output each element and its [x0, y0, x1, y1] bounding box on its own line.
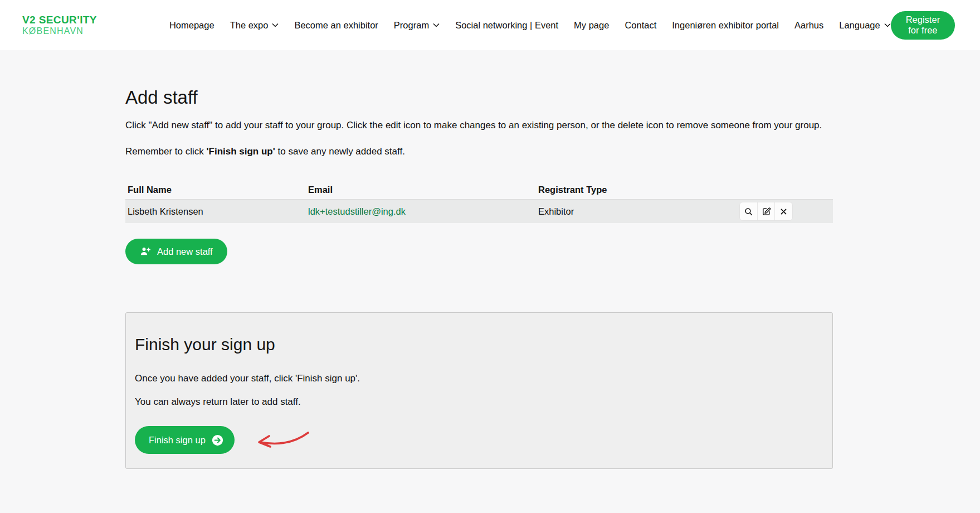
view-staff-button[interactable] [740, 202, 757, 220]
staff-table: Full Name Email Registrant Type Lisbeth … [125, 181, 833, 223]
nav-item-label: Aarhus [794, 20, 823, 31]
finish-sign-up-button[interactable]: Finish sign up [135, 426, 235, 454]
intro-text: Click "Add new staff" to add your staff … [125, 120, 833, 131]
search-icon [744, 207, 753, 216]
column-header-email: Email [306, 185, 536, 195]
nav-item-label: Contact [625, 20, 656, 31]
finish-panel-line2: You can always return later to add staff… [135, 396, 823, 408]
chevron-down-icon [884, 23, 891, 27]
nav-item-contact[interactable]: Contact [625, 20, 656, 31]
nav-item-become-an-exhibitor[interactable]: Become an exhibitor [294, 20, 378, 31]
nav-item-aarhus[interactable]: Aarhus [794, 20, 823, 31]
brand-logo-line1: V2 SECUR'ITY [22, 14, 97, 26]
close-icon [779, 207, 788, 216]
delete-staff-button[interactable] [774, 202, 792, 220]
cell-full-name: Lisbeth Kristensen [125, 206, 306, 217]
row-actions-group [739, 202, 793, 221]
top-navigation-bar: V2 SECUR'ITY KØBENHAVN Homepage The expo… [0, 0, 980, 50]
finish-sign-up-label: Finish sign up [149, 435, 206, 446]
nav-item-ingenioren-exhibitor-portal[interactable]: Ingeniøren exhibitor portal [672, 20, 779, 31]
main-nav: Homepage The expo Become an exhibitor Pr… [169, 20, 891, 31]
add-new-staff-label: Add new staff [157, 246, 213, 257]
chevron-down-icon [272, 23, 279, 27]
nav-item-the-expo[interactable]: The expo [230, 20, 279, 31]
finish-panel-title: Finish your sign up [135, 335, 823, 354]
reminder-text: Remember to click 'Finish sign up' to sa… [125, 146, 833, 157]
arrow-right-circle-icon [212, 434, 223, 446]
cell-registrant-type: Exhibitor [536, 206, 737, 217]
page-title: Add staff [125, 87, 833, 108]
nav-item-label: Ingeniøren exhibitor portal [672, 20, 779, 31]
table-row: Lisbeth Kristensen ldk+testudstiller@ing… [125, 200, 833, 223]
add-new-staff-button[interactable]: Add new staff [125, 239, 227, 264]
column-header-registrant-type: Registrant Type [536, 185, 737, 195]
person-add-icon [140, 246, 151, 257]
nav-item-label: The expo [230, 20, 269, 31]
register-for-free-button[interactable]: Register for free [891, 11, 955, 40]
nav-item-label: My page [574, 20, 609, 31]
nav-item-social-networking-event[interactable]: Social networking | Event [455, 20, 558, 31]
nav-item-label: Become an exhibitor [294, 20, 378, 31]
nav-item-label: Language [839, 20, 880, 31]
nav-item-my-page[interactable]: My page [574, 20, 609, 31]
edit-staff-button[interactable] [757, 202, 774, 220]
hand-drawn-arrow-annotation [255, 429, 310, 451]
finish-sign-up-panel: Finish your sign up Once you have added … [125, 312, 833, 469]
reminder-suffix: to save any newly added staff. [275, 146, 405, 157]
nav-item-label: Social networking | Event [455, 20, 558, 31]
edit-icon [762, 207, 771, 216]
cell-email-link[interactable]: ldk+testudstiller@ing.dk [308, 206, 406, 216]
brand-logo[interactable]: V2 SECUR'ITY KØBENHAVN [22, 14, 97, 36]
brand-logo-line2: KØBENHAVN [22, 26, 97, 36]
nav-item-label: Homepage [169, 20, 214, 31]
chevron-down-icon [433, 23, 440, 27]
nav-item-homepage[interactable]: Homepage [169, 20, 214, 31]
staff-table-header: Full Name Email Registrant Type [125, 181, 833, 200]
reminder-bold: 'Finish sign up' [206, 146, 275, 157]
reminder-prefix: Remember to click [125, 146, 206, 157]
add-staff-section: Add staff Click "Add new staff" to add y… [125, 50, 833, 469]
nav-item-label: Program [394, 20, 429, 31]
finish-panel-line1: Once you have added your staff, click 'F… [135, 373, 823, 384]
column-header-full-name: Full Name [125, 185, 306, 195]
nav-item-program[interactable]: Program [394, 20, 440, 31]
nav-item-language[interactable]: Language [839, 20, 890, 31]
